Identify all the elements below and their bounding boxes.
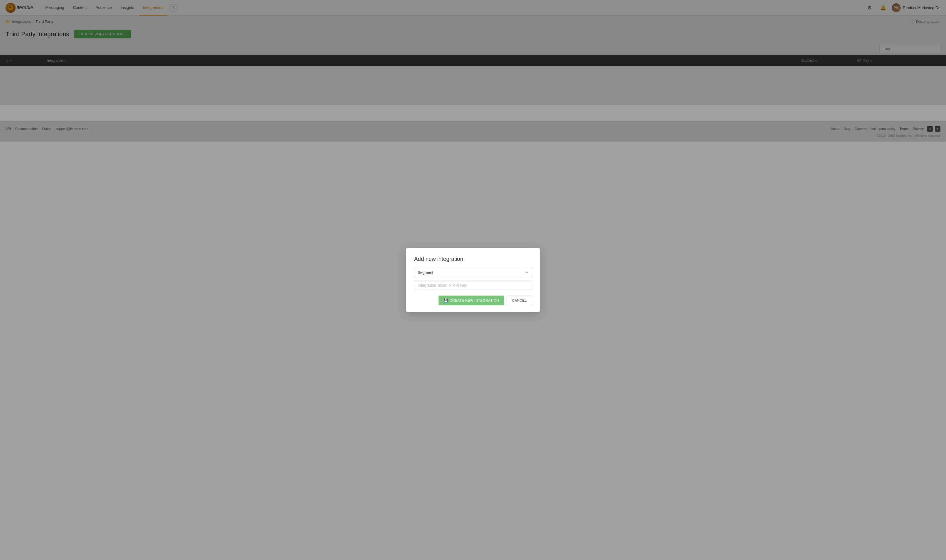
modal-overlay[interactable]: Add new integration Segment Stripe Mixpa… (0, 0, 946, 560)
cancel-button[interactable]: CANCEL (507, 295, 532, 305)
create-integration-button[interactable]: 💾 CREATE NEW INTEGRATION (439, 295, 504, 305)
integration-type-select[interactable]: Segment Stripe Mixpanel Amplitude Braze (414, 268, 532, 277)
save-icon: 💾 (444, 298, 448, 303)
api-key-input[interactable] (414, 280, 532, 290)
modal-title: Add new integration (414, 256, 532, 262)
add-integration-modal: Add new integration Segment Stripe Mixpa… (406, 248, 540, 312)
modal-actions: 💾 CREATE NEW INTEGRATION CANCEL (414, 295, 532, 305)
